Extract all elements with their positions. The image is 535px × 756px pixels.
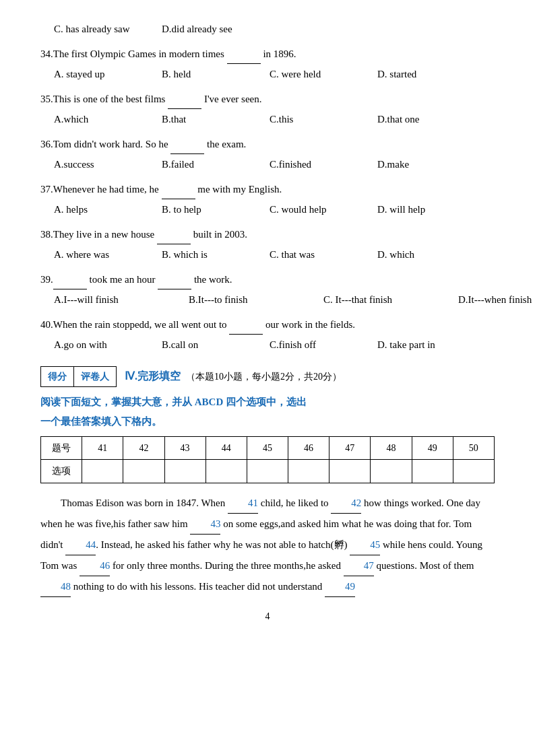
section4-desc: （本题10小题，每小题2分，共20分） — [186, 368, 342, 385]
q34-opt-c: C. were held — [270, 65, 377, 83]
question-38: 38.They live in a new house built in 200… — [40, 226, 495, 264]
section4-header: 得分 评卷人 Ⅳ.完形填空 （本题10小题，每小题2分，共20分） — [40, 366, 495, 387]
score-label: 得分 — [41, 367, 74, 386]
q35-options: A.which B.that C.this D.that one — [54, 110, 495, 129]
col-header-46: 46 — [288, 437, 329, 460]
col-header-49: 49 — [412, 437, 453, 460]
q37-opt-d: D. will help — [377, 201, 485, 219]
row-label-xuanxiang: 选项 — [41, 460, 82, 483]
ans-43 — [164, 460, 206, 483]
q40-opt-c: C.finish off — [270, 336, 377, 354]
col-header-43: 43 — [164, 437, 206, 460]
blank-44: 44 — [65, 535, 96, 555]
blank-47: 47 — [344, 555, 374, 576]
q38-blank — [157, 226, 191, 244]
q36-opt-a: A.success — [54, 156, 162, 174]
ans-46 — [288, 460, 329, 483]
col-header-45: 45 — [247, 437, 288, 460]
table-answer-row: 选项 — [41, 460, 495, 483]
q38-text: 38.They live in a new house built in 200… — [40, 226, 495, 244]
blank-49: 49 — [325, 576, 355, 597]
q39-opt-b: B.It---to finish — [189, 291, 323, 309]
blank-42: 42 — [331, 493, 361, 514]
q38-opt-b: B. which is — [162, 246, 270, 264]
q34-number: 34.The first Olympic Games in modern tim… — [40, 48, 296, 59]
reviewer-label: 评卷人 — [74, 367, 116, 386]
answer-table: 题号 41 42 43 44 45 46 47 48 49 50 选项 — [40, 436, 495, 483]
ans-44 — [206, 460, 247, 483]
page-number: 4 — [40, 608, 495, 625]
q40-opt-b: B.call on — [162, 336, 270, 354]
q36-opt-b: B.failed — [162, 156, 270, 174]
ans-42 — [123, 460, 164, 483]
q35-blank — [168, 90, 201, 109]
option-d-did-already-see: D.did already see — [162, 20, 270, 38]
col-header-42: 42 — [123, 437, 164, 460]
q34-opt-b: B. held — [162, 65, 270, 83]
q34-text: 34.The first Olympic Games in modern tim… — [40, 45, 495, 64]
col-header-50: 50 — [453, 437, 494, 460]
q39-text: 39. took me an hour the work. — [40, 271, 495, 289]
q37-opt-b: B. to help — [162, 201, 270, 219]
col-header-47: 47 — [329, 437, 371, 460]
q40-blank — [229, 316, 263, 335]
q34-opt-d: D. started — [377, 65, 485, 83]
q36-opt-c: C.finished — [270, 156, 377, 174]
q38-opt-c: C. that was — [270, 246, 377, 264]
q40-options: A.go on with B.call on C.finish off D. t… — [54, 336, 495, 354]
q38-opt-a: A. where was — [54, 246, 162, 264]
q39-opt-d: D.It---when finish — [458, 291, 535, 309]
q34-blank — [227, 45, 261, 64]
q36-opt-d: D.make — [377, 156, 485, 174]
blank-45: 45 — [350, 535, 380, 555]
ans-41 — [82, 460, 123, 483]
ans-45 — [247, 460, 288, 483]
col-header-tihao: 题号 — [41, 437, 82, 460]
q33-options-row2: C. has already saw D.did already see — [54, 20, 495, 38]
q35-opt-b: B.that — [162, 110, 270, 129]
score-box: 得分 评卷人 — [40, 366, 117, 387]
col-header-48: 48 — [371, 437, 412, 460]
q34-options: A. stayed up B. held C. were held D. sta… — [54, 65, 495, 83]
q39-blank2 — [158, 271, 191, 289]
q39-opt-a: A.I---will finish — [54, 291, 189, 309]
question-36: 36.Tom didn't work hard. So he the exam.… — [40, 135, 495, 174]
table-header-row: 题号 41 42 43 44 45 46 47 48 49 50 — [41, 437, 495, 460]
q35-text: 35.This is one of the best films I've ev… — [40, 90, 495, 109]
blank-48: 48 — [40, 576, 71, 597]
q36-text: 36.Tom didn't work hard. So he the exam. — [40, 135, 495, 154]
q37-opt-c: C. would help — [270, 201, 377, 219]
section4-title: Ⅳ.完形填空 — [125, 367, 181, 386]
q40-text: 40.When the rain stoppedd, we all went o… — [40, 316, 495, 335]
q37-blank — [162, 180, 195, 199]
section4-instruction: 阅读下面短文，掌握其大意，并从 ABCD 四个选项中，选出 一个最佳答案填入下格… — [40, 392, 495, 431]
question-35: 35.This is one of the best films I've ev… — [40, 90, 495, 129]
q37-opt-a: A. helps — [54, 201, 162, 219]
q35-opt-c: C.this — [270, 110, 377, 129]
q35-opt-a: A.which — [54, 110, 162, 129]
q40-opt-d: D. take part in — [377, 336, 485, 354]
ans-49 — [412, 460, 453, 483]
passage-text: Thomas Edison was born in 1847. When 41 … — [40, 493, 495, 597]
q38-options: A. where was B. which is C. that was D. … — [54, 246, 495, 264]
col-header-41: 41 — [82, 437, 123, 460]
q37-text: 37.Whenever he had time, he me with my E… — [40, 180, 495, 199]
q36-options: A.success B.failed C.finished D.make — [54, 156, 495, 174]
q37-options: A. helps B. to help C. would help D. wil… — [54, 201, 495, 219]
option-c-has-already-saw: C. has already saw — [54, 20, 162, 38]
q35-opt-d: D.that one — [377, 110, 485, 129]
blank-43: 43 — [190, 514, 220, 535]
question-39: 39. took me an hour the work. A.I---will… — [40, 271, 495, 309]
q36-blank — [170, 135, 204, 154]
question-34: 34.The first Olympic Games in modern tim… — [40, 45, 495, 83]
q38-opt-d: D. which — [377, 246, 485, 264]
ans-47 — [329, 460, 371, 483]
question-37: 37.Whenever he had time, he me with my E… — [40, 180, 495, 219]
ans-50 — [453, 460, 494, 483]
q39-opt-c: C. It---that finish — [323, 291, 458, 309]
q34-opt-a: A. stayed up — [54, 65, 162, 83]
question-40: 40.When the rain stoppedd, we all went o… — [40, 316, 495, 354]
blank-41: 41 — [228, 493, 258, 514]
q39-options: A.I---will finish B.It---to finish C. It… — [54, 291, 495, 309]
blank-46: 46 — [80, 555, 110, 576]
